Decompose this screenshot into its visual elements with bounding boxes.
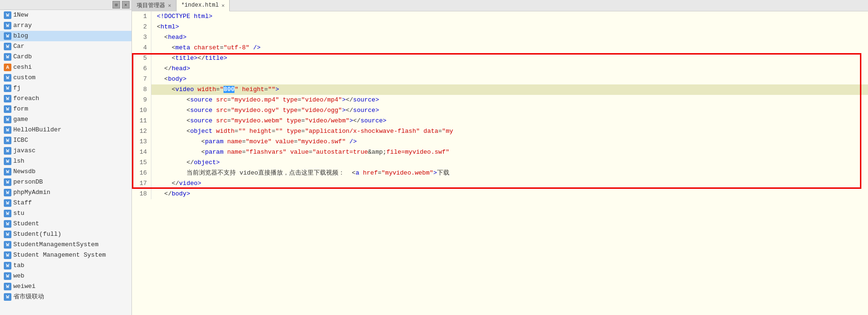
sidebar-item-icon: W bbox=[4, 210, 11, 217]
sidebar-item-icon: W bbox=[4, 116, 11, 123]
sidebar-item-fj[interactable]: Wfj bbox=[0, 83, 131, 93]
editor-tab-label: 项目管理器 bbox=[137, 1, 165, 9]
sidebar-item-tab[interactable]: Wtab bbox=[0, 260, 131, 271]
sidebar-item-icon: W bbox=[4, 199, 11, 207]
line-content[interactable]: <source src="myvideo.ogv" type="video/og… bbox=[151, 105, 868, 116]
sidebar-item-icon: W bbox=[4, 126, 11, 134]
sidebar-item-icon: W bbox=[4, 22, 11, 29]
sidebar-item-ceshi[interactable]: Aceshi bbox=[0, 62, 131, 73]
line-number: 6 bbox=[132, 64, 151, 74]
tab-close-button[interactable]: ✕ bbox=[168, 2, 171, 9]
sidebar-item-newsdb[interactable]: WNewsdb bbox=[0, 167, 131, 177]
sidebar-item-student[interactable]: WStudent bbox=[0, 219, 131, 229]
line-content[interactable]: <title></title> bbox=[151, 53, 868, 64]
sidebar-item-phpmyadmin[interactable]: WphpMyAdmin bbox=[0, 187, 131, 198]
line-content[interactable]: <source src="myvideo.webm" type="video/w… bbox=[151, 116, 868, 126]
sidebar-item-student(full)[interactable]: WStudent(full) bbox=[0, 229, 131, 240]
sidebar-item-label: Car bbox=[13, 42, 24, 51]
sidebar-item-icon: W bbox=[4, 32, 11, 40]
sidebar-item-student-management-system[interactable]: WStudent Management System bbox=[0, 250, 131, 260]
code-line: 2<html> bbox=[132, 22, 868, 32]
line-number: 4 bbox=[132, 43, 151, 53]
sidebar-item-icon: W bbox=[4, 189, 11, 196]
sidebar-item-label: 省市级联动 bbox=[13, 292, 44, 302]
line-content[interactable]: <source src="myvideo.mp4" type="video/mp… bbox=[151, 95, 868, 105]
line-content[interactable]: <video width="800" height=""> bbox=[151, 84, 868, 95]
line-number: 1 bbox=[132, 11, 151, 22]
editor-tab-1[interactable]: *index.html✕ bbox=[177, 0, 230, 11]
sidebar-item-label: ceshi bbox=[13, 63, 32, 72]
line-number: 10 bbox=[132, 105, 151, 116]
sidebar-item-label: Student Management System bbox=[13, 250, 106, 260]
line-content[interactable]: <!DOCTYPE html> bbox=[151, 11, 868, 22]
line-content[interactable]: <meta charset="utf-8" /> bbox=[151, 43, 868, 53]
sidebar-item-icon: W bbox=[4, 168, 11, 176]
line-content[interactable]: <object width="" height="" type="applica… bbox=[151, 126, 868, 137]
sidebar-item-label: tab bbox=[13, 261, 24, 270]
line-number: 12 bbox=[132, 126, 151, 137]
sidebar-collapse-icon[interactable]: ⊟ bbox=[112, 1, 120, 9]
sidebar-item-icon: W bbox=[4, 74, 11, 82]
code-editor[interactable]: 1<!DOCTYPE html>2<html>3 <head>4 <meta c… bbox=[132, 11, 868, 315]
sidebar-item-stu[interactable]: Wstu bbox=[0, 208, 131, 219]
sidebar-item-array[interactable]: Warray bbox=[0, 20, 131, 31]
code-line: 16 当前浏览器不支持 video直接播放，点击这里下载视频： <a href=… bbox=[132, 168, 868, 178]
line-content[interactable]: </head> bbox=[151, 64, 868, 74]
sidebar-item-javasc[interactable]: Wjavasc bbox=[0, 146, 131, 156]
sidebar-item-icon: W bbox=[4, 293, 11, 301]
line-number: 3 bbox=[132, 32, 151, 43]
line-content[interactable]: <param name="movie" value="myvideo.swf" … bbox=[151, 137, 868, 147]
sidebar-item-icon: W bbox=[4, 137, 11, 144]
code-line: 1<!DOCTYPE html> bbox=[132, 11, 868, 22]
editor-tab-0[interactable]: 项目管理器✕ bbox=[132, 0, 177, 11]
sidebar-item-cardb[interactable]: WCardb bbox=[0, 52, 131, 62]
sidebar-item-hellohbuilder[interactable]: WHelloHBuilder bbox=[0, 125, 131, 135]
sidebar-close-icon[interactable]: ✕ bbox=[122, 1, 130, 9]
code-line: 4 <meta charset="utf-8" /> bbox=[132, 43, 868, 53]
tab-close-button[interactable]: ✕ bbox=[222, 2, 225, 9]
code-line: 18 </body> bbox=[132, 189, 868, 199]
sidebar-item-省市级联动[interactable]: W省市级联动 bbox=[0, 292, 131, 302]
sidebar-header: ⊟ ✕ bbox=[0, 0, 131, 10]
sidebar-item-1new[interactable]: W1New bbox=[0, 10, 131, 20]
line-number: 14 bbox=[132, 147, 151, 158]
sidebar-item-studentmanagementsystem[interactable]: WStudentManagementSystem bbox=[0, 240, 131, 250]
sidebar-item-label: 1New bbox=[13, 10, 28, 20]
line-content[interactable]: <param name="flashvars" value="autostart… bbox=[151, 147, 868, 158]
sidebar-item-form[interactable]: Wform bbox=[0, 104, 131, 114]
sidebar-item-label: Staff bbox=[13, 198, 32, 208]
line-content[interactable]: <body> bbox=[151, 74, 868, 84]
sidebar-item-game[interactable]: Wgame bbox=[0, 114, 131, 125]
line-content[interactable]: </object> bbox=[151, 158, 868, 168]
line-content[interactable]: 当前浏览器不支持 video直接播放，点击这里下载视频： <a href="my… bbox=[151, 168, 868, 178]
sidebar-item-lsh[interactable]: Wlsh bbox=[0, 156, 131, 167]
sidebar: ⊟ ✕ W1NewWarrayWblogWCarWCardbAceshiWcus… bbox=[0, 0, 132, 315]
sidebar-item-staff[interactable]: WStaff bbox=[0, 198, 131, 208]
sidebar-item-label: javasc bbox=[13, 146, 36, 156]
sidebar-item-icon: A bbox=[4, 64, 11, 71]
sidebar-item-label: weiwei bbox=[13, 282, 36, 291]
sidebar-item-foreach[interactable]: Wforeach bbox=[0, 93, 131, 104]
line-content[interactable]: <html> bbox=[151, 22, 868, 32]
sidebar-item-icon: W bbox=[4, 283, 11, 290]
sidebar-item-icon: W bbox=[4, 43, 11, 50]
sidebar-item-weiwei[interactable]: Wweiwei bbox=[0, 281, 131, 292]
sidebar-item-icon: W bbox=[4, 105, 11, 113]
sidebar-item-icon: W bbox=[4, 251, 11, 259]
sidebar-header-icons: ⊟ ✕ bbox=[112, 1, 130, 9]
sidebar-item-icbc[interactable]: WICBC bbox=[0, 135, 131, 146]
sidebar-item-car[interactable]: WCar bbox=[0, 41, 131, 52]
sidebar-item-persondb[interactable]: WpersonDB bbox=[0, 177, 131, 187]
sidebar-item-custom[interactable]: Wcustom bbox=[0, 73, 131, 83]
line-content[interactable]: <head> bbox=[151, 32, 868, 43]
line-content[interactable]: </video> bbox=[151, 178, 868, 189]
sidebar-item-label: fj bbox=[13, 83, 21, 93]
sidebar-item-web[interactable]: Wweb bbox=[0, 271, 131, 281]
sidebar-item-icon: W bbox=[4, 11, 11, 19]
line-content[interactable]: </body> bbox=[151, 189, 868, 199]
sidebar-item-blog[interactable]: Wblog bbox=[0, 31, 131, 41]
line-number: 18 bbox=[132, 189, 151, 199]
sidebar-item-label: Cardb bbox=[13, 52, 32, 62]
sidebar-item-icon: W bbox=[4, 95, 11, 102]
sidebar-item-label: personDB bbox=[13, 177, 43, 187]
